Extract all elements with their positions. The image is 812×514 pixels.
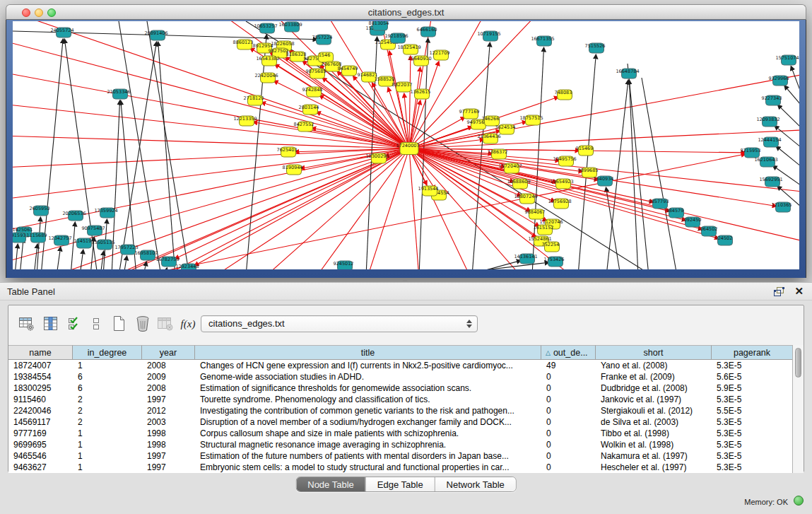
table-cell-name[interactable]: 9777169	[8, 428, 73, 439]
table-cell-title[interactable]: Genome-wide association studies in ADHD.	[195, 371, 541, 382]
table-cell-year[interactable]: 1997	[142, 394, 195, 405]
table-cell-pagerank[interactable]: 5.3E-5	[712, 439, 793, 450]
float-window-icon[interactable]	[774, 287, 784, 296]
table-cell-name[interactable]: 14569117	[8, 416, 73, 428]
table-cell-in_degree[interactable]: 1	[73, 439, 142, 450]
table-cell-pagerank[interactable]: 5.3E-5	[712, 428, 793, 439]
table-cell-in_degree[interactable]: 1	[73, 462, 142, 473]
table-cell-out_degree[interactable]: 0	[541, 405, 596, 416]
table-cell-year[interactable]: 1997	[142, 462, 195, 473]
table-cell-pagerank[interactable]: 5.3E-5	[712, 462, 793, 473]
table-cell-name[interactable]: 18724007	[8, 360, 73, 371]
table-cell-in_degree[interactable]: 6	[73, 382, 142, 394]
table-cell-year[interactable]: 2003	[142, 416, 195, 428]
table-cell-short[interactable]: de Silva et al. (2003)	[596, 416, 712, 428]
table-row[interactable]: 1938455462009Genome-wide association stu…	[8, 371, 793, 382]
table-cell-title[interactable]: Investigating the contribution of common…	[195, 405, 541, 416]
table-cell-out_degree[interactable]: 0	[541, 394, 596, 405]
table-cell-title[interactable]: Tourette syndrome. Phenomenology and cla…	[195, 394, 541, 405]
table-cell-year[interactable]: 1998	[142, 428, 195, 439]
table-cell-in_degree[interactable]: 1	[73, 450, 142, 462]
table-cell-out_degree[interactable]: 49	[541, 360, 596, 371]
network-window-titlebar[interactable]: citations_edges.txt	[6, 4, 806, 20]
memory-status-indicator[interactable]	[794, 496, 804, 506]
table-row[interactable]: 2242004622012Investigating the contribut…	[8, 405, 793, 416]
table-cell-in_degree[interactable]: 1	[73, 360, 142, 371]
column-header-name[interactable]: name	[8, 345, 73, 360]
table-cell-year[interactable]: 1998	[142, 439, 195, 450]
table-cell-title[interactable]: Embryonic stem cells: a model to study s…	[195, 462, 541, 473]
table-cell-pagerank[interactable]: 5.3E-5	[712, 360, 793, 371]
table-cell-pagerank[interactable]: 5.6E-5	[712, 371, 793, 382]
table-cell-pagerank[interactable]: 5.3E-5	[712, 416, 793, 428]
column-header-out_degree[interactable]: △out_de...	[541, 345, 596, 360]
table-cell-short[interactable]: Nakamura et al. (1997)	[596, 450, 712, 462]
table-cell-out_degree[interactable]: 0	[541, 416, 596, 428]
table-row[interactable]: 1872400712008Changes of HCN gene express…	[8, 360, 793, 371]
table-cell-pagerank[interactable]: 5.3E-5	[712, 450, 793, 462]
table-cell-out_degree[interactable]: 0	[541, 462, 596, 473]
table-row[interactable]: 946362711997Embryonic stem cells: a mode…	[8, 462, 793, 473]
table-cell-out_degree[interactable]: 0	[541, 439, 596, 450]
table-cell-in_degree[interactable]: 1	[73, 428, 142, 439]
table-vertical-scrollbar[interactable]	[792, 345, 804, 473]
table-cell-in_degree[interactable]: 2	[73, 405, 142, 416]
table-cell-short[interactable]: Stergiakouli et al. (2012)	[596, 405, 712, 416]
table-cell-pagerank[interactable]: 5.3E-5	[712, 394, 793, 405]
close-window-button[interactable]	[22, 8, 30, 17]
table-cell-title[interactable]: Disruption of a novel member of a sodium…	[195, 416, 541, 428]
select-all-icon[interactable]	[65, 314, 85, 334]
table-row[interactable]: 977716911998Corpus callosum shape and si…	[8, 428, 793, 439]
table-cell-in_degree[interactable]: 6	[73, 371, 142, 382]
table-cell-year[interactable]: 1997	[142, 450, 195, 462]
table-cell-out_degree[interactable]: 0	[541, 371, 596, 382]
table-row[interactable]: 911546021997Tourette syndrome. Phenomeno…	[8, 394, 793, 405]
table-cell-in_degree[interactable]: 2	[73, 416, 142, 428]
table-row[interactable]: 969969511998Structural magnetic resonanc…	[8, 439, 793, 450]
show-column-icon[interactable]	[41, 314, 61, 334]
table-cell-short[interactable]: Yano et al. (2008)	[596, 360, 712, 371]
scrollbar-thumb[interactable]	[795, 348, 801, 378]
function-builder-icon[interactable]: f(x)	[178, 314, 198, 334]
table-cell-year[interactable]: 2008	[142, 382, 195, 394]
table-cell-out_degree[interactable]: 0	[541, 428, 596, 439]
table-cell-year[interactable]: 2009	[142, 371, 195, 382]
column-header-in_degree[interactable]: in_degree	[73, 345, 142, 360]
close-panel-icon[interactable]: ✕	[794, 286, 804, 297]
table-cell-title[interactable]: Estimation of significance thresholds fo…	[195, 382, 541, 394]
table-cell-year[interactable]: 2008	[142, 360, 195, 371]
table-cell-name[interactable]: 9115460	[8, 394, 73, 405]
tab-edge-table[interactable]: Edge Table	[365, 477, 435, 491]
zoom-window-button[interactable]	[47, 8, 56, 17]
table-cell-short[interactable]: Jankovic et al. (1997)	[596, 394, 712, 405]
network-canvas[interactable]: 1724000788601238912954182260589827502165…	[13, 21, 799, 269]
table-cell-pagerank[interactable]: 5.9E-5	[712, 382, 793, 394]
table-cell-title[interactable]: Changes of HCN gene expression and I(f) …	[195, 360, 541, 371]
table-cell-name[interactable]: 9699695	[8, 439, 73, 450]
table-row[interactable]: 946554611997Estimation of the future num…	[8, 450, 793, 462]
table-cell-name[interactable]: 22420046	[8, 405, 73, 416]
table-cell-title[interactable]: Corpus callosum shape and size in male p…	[195, 428, 541, 439]
delete-table-icon[interactable]	[133, 314, 153, 334]
column-header-year[interactable]: year	[142, 345, 195, 360]
table-cell-out_degree[interactable]: 0	[541, 382, 596, 394]
tab-network-table[interactable]: Network Table	[435, 477, 516, 491]
table-cell-name[interactable]: 9463627	[8, 462, 73, 473]
table-cell-name[interactable]: 18300295	[8, 382, 73, 394]
column-header-pagerank[interactable]: pagerank	[712, 345, 793, 360]
new-table-icon[interactable]	[109, 314, 129, 334]
unselect-all-icon[interactable]	[86, 314, 106, 334]
table-cell-in_degree[interactable]: 2	[73, 394, 142, 405]
table-row[interactable]: 1456911722003Disruption of a novel membe…	[8, 416, 793, 428]
table-cell-short[interactable]: Tibbo et al. (1998)	[596, 428, 712, 439]
table-cell-name[interactable]: 19384554	[8, 371, 73, 382]
table-cell-short[interactable]: Hescheler et al. (1997)	[596, 462, 712, 473]
tab-node-table[interactable]: Node Table	[296, 477, 365, 491]
minimize-window-button[interactable]	[35, 8, 43, 17]
table-cell-name[interactable]: 9465546	[8, 450, 73, 462]
table-cell-year[interactable]: 2012	[142, 405, 195, 416]
table-cell-pagerank[interactable]: 5.5E-5	[712, 405, 793, 416]
column-header-short[interactable]: short	[596, 345, 712, 360]
table-row[interactable]: 1830029562008Estimation of significance …	[8, 382, 793, 394]
import-table-icon[interactable]	[155, 314, 175, 334]
